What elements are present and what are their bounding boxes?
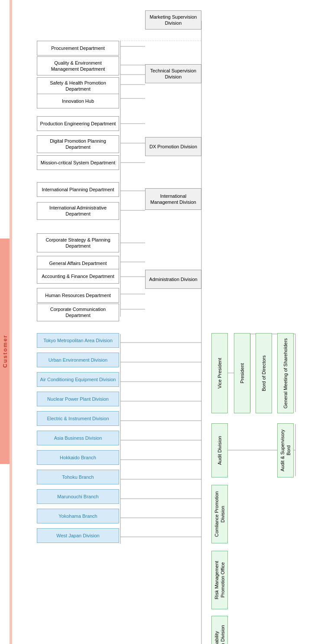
div-intl-mgmt: International Management Division [145, 188, 201, 210]
dept-procurement: Procurement Department [37, 41, 119, 56]
left-bar [10, 0, 12, 644]
dept-yokohama: Yokohama Branch [37, 509, 119, 523]
dept-hr: Human Resources Department [37, 288, 119, 303]
dept-quality-env: Quality & Environment Management Departm… [37, 56, 119, 75]
box-president: President [234, 333, 250, 413]
dept-mission-critical: Mission-critical System Department [37, 155, 119, 170]
box-sustainability: Sustainability Promotion Division [211, 616, 228, 644]
box-general-meeting: General Meeting of Shareholders [277, 333, 294, 413]
dept-intl-planning: International Planning Department [37, 182, 119, 197]
box-compliance: Comliance Promotion Division [211, 485, 228, 543]
box-audit-supervisory: Audit & Supervisory Bord [277, 423, 294, 477]
box-vice-president: Vice President [211, 333, 228, 413]
dept-electric-instr: Electric & Instrument Division [37, 411, 119, 426]
div-admin: Administration Division [145, 270, 201, 289]
dept-nuclear: Nuclear Power Plant Division [37, 392, 119, 406]
dept-urban-env: Urban Environment Division [37, 353, 119, 367]
dept-safety-health: Safety & Health Promotion Department [37, 77, 119, 95]
dept-innovation-hub: Innovation Hub [37, 94, 119, 108]
box-audit-div: Audit Division [211, 423, 228, 477]
dept-production-eng: Production Engineering Department [37, 116, 119, 131]
dept-hokkaido: Hokkaido Branch [37, 450, 119, 465]
div-dx-promo: DX Promotion Division [145, 137, 201, 156]
dept-tokyo-metro: Tokyo Metropolitan Area Division [37, 333, 119, 348]
div-technical-sup: Technical Supervision Division [145, 64, 201, 83]
div-marketing-sup: Marketing Supervision Division [145, 10, 201, 29]
customer-label: Customer [0, 239, 10, 464]
dept-tohoku: Tohoku Branch [37, 470, 119, 484]
dept-air-cond: Air Conditioning Equipment Division [37, 372, 119, 387]
dept-west-japan: West Japan Division [37, 528, 119, 543]
box-risk-mgmt: Risk Management Promotion Office [211, 551, 228, 609]
box-board-directors: Bord of Directors [256, 333, 272, 413]
dept-corp-comm: Corporate Communication Department [37, 304, 119, 321]
dept-general-affairs: General Affairs Department [37, 256, 119, 271]
dept-marunouchi: Marunouchi Branch [37, 489, 119, 504]
dept-digital-promo: Digital Promotion Planning Department [37, 135, 119, 153]
dept-asia-biz: Asia Business Division [37, 431, 119, 445]
dept-intl-admin: International Administrative Department [37, 202, 119, 220]
dept-accounting: Accounting & Finance Department [37, 269, 119, 284]
dept-corp-strategy: Corporate Strategy & Planning Department [37, 233, 119, 252]
